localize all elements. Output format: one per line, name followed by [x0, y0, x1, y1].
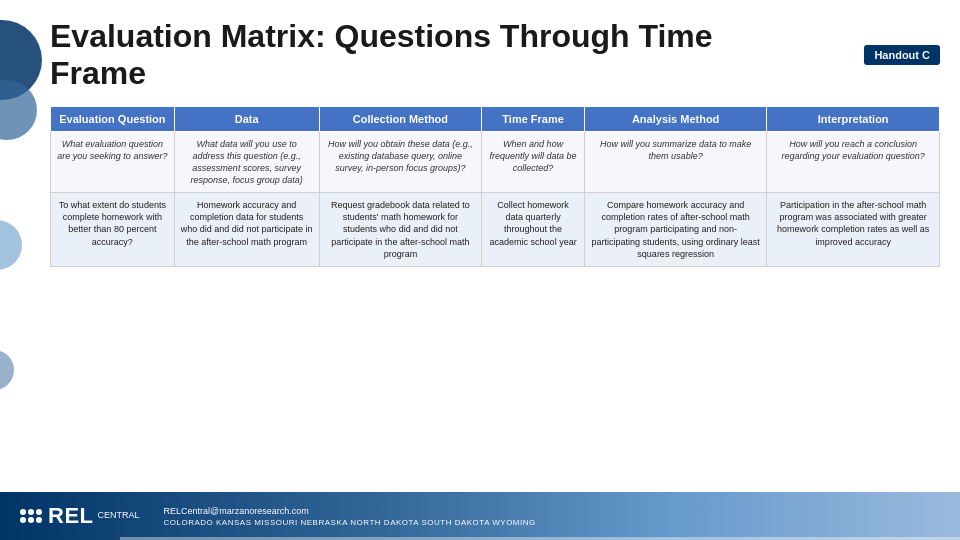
deco-circle-3 [0, 220, 22, 270]
footer: REL CENTRAL RELCentral@marzanoresearch.c… [0, 492, 960, 540]
guidance-col1: What evaluation question are you seeking… [51, 131, 175, 193]
data-col2: Homework accuracy and completion data fo… [174, 193, 319, 267]
logo-rel-text: REL [48, 503, 94, 529]
logo-central-text: CENTRAL [98, 511, 140, 521]
col-header-interpretation: Interpretation [767, 106, 940, 131]
guidance-col2: What data will you use to address this q… [174, 131, 319, 193]
table-row-guidance: What evaluation question are you seeking… [51, 131, 940, 193]
logo-dot-5 [28, 517, 34, 523]
data-col3: Request gradebook data related to studen… [319, 193, 482, 267]
data-col1: To what extent do students complete home… [51, 193, 175, 267]
data-col6: Participation in the after-school math p… [767, 193, 940, 267]
col-header-evaluation-question: Evaluation Question [51, 106, 175, 131]
col-header-analysis-method: Analysis Method [584, 106, 766, 131]
page-title: Evaluation Matrix: Questions Through Tim… [50, 18, 940, 92]
deco-circle-4 [0, 350, 14, 390]
logo-dot-6 [36, 517, 42, 523]
col-header-time-frame: Time Frame [482, 106, 585, 131]
guidance-col4: When and how frequently will data be col… [482, 131, 585, 193]
logo-dot-4 [20, 517, 26, 523]
footer-info: RELCentral@marzanoresearch.com COLORADO … [164, 506, 536, 527]
main-content: Evaluation Matrix: Questions Through Tim… [30, 0, 960, 540]
col-header-collection-method: Collection Method [319, 106, 482, 131]
guidance-col5: How will you summarize data to make them… [584, 131, 766, 193]
footer-states: COLORADO KANSAS MISSOURI NEBRASKA NORTH … [164, 518, 536, 527]
logo-dot-2 [28, 509, 34, 515]
footer-email: RELCentral@marzanoresearch.com [164, 506, 536, 516]
logo-dot-3 [36, 509, 42, 515]
col-header-data: Data [174, 106, 319, 131]
data-col4: Collect homework data quarterly througho… [482, 193, 585, 267]
table-row-data: To what extent do students complete home… [51, 193, 940, 267]
guidance-col6: How will you reach a conclusion regardin… [767, 131, 940, 193]
page-header: Evaluation Matrix: Questions Through Tim… [50, 18, 940, 92]
table-header-row: Evaluation Question Data Collection Meth… [51, 106, 940, 131]
evaluation-matrix-table: Evaluation Question Data Collection Meth… [50, 106, 940, 267]
footer-logo: REL CENTRAL [20, 503, 140, 529]
logo-dot-1 [20, 509, 26, 515]
logo-dots [20, 509, 42, 523]
handout-badge: Handout C [864, 45, 940, 65]
guidance-col3: How will you obtain these data (e.g., ex… [319, 131, 482, 193]
data-col5: Compare homework accuracy and completion… [584, 193, 766, 267]
